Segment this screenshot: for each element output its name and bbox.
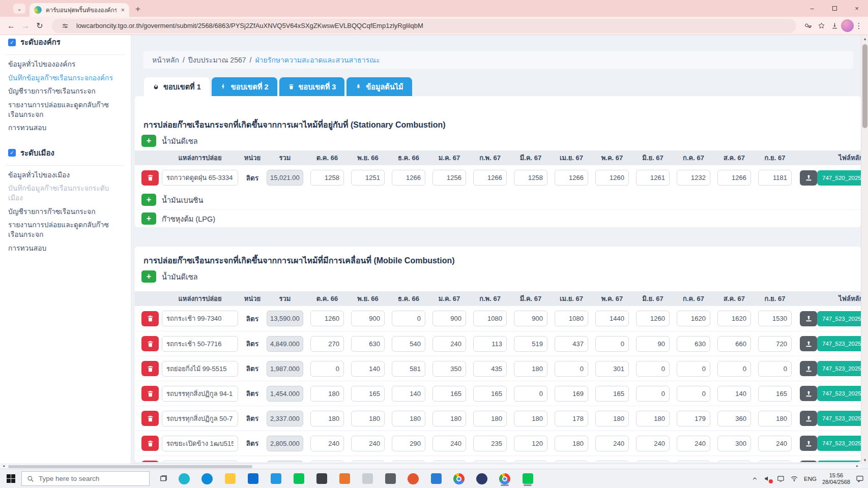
tab-close-icon[interactable]: ×	[121, 6, 125, 14]
source-name-input[interactable]	[162, 386, 238, 402]
scroll-left-arrow-icon[interactable]: ◂	[0, 464, 7, 468]
tab-scope1[interactable]: ขอบเขตที่ 1	[144, 77, 210, 96]
month-value-input[interactable]	[636, 361, 670, 377]
photos-icon[interactable]	[315, 471, 328, 486]
cast-display-icon[interactable]	[777, 475, 785, 482]
sidebar-item[interactable]: บัญชีรายการก๊าซเรือนกระจก	[0, 205, 131, 219]
add-source-button[interactable]: +	[141, 212, 156, 225]
city-level-checkbox[interactable]: ✓	[8, 149, 16, 157]
month-value-input[interactable]	[392, 411, 425, 426]
month-value-input[interactable]	[758, 386, 792, 402]
upload-button[interactable]	[800, 170, 817, 186]
edge-icon[interactable]	[201, 471, 213, 486]
month-value-input[interactable]	[677, 311, 710, 326]
month-value-input[interactable]	[351, 386, 385, 402]
month-value-input[interactable]	[432, 311, 466, 326]
month-value-input[interactable]	[310, 436, 344, 451]
breadcrumb-home[interactable]: หน้าหลัก	[152, 54, 179, 66]
sidebar-item[interactable]: รายงานการปล่อยและดูดกลับก๊าซเรือนกระจก	[0, 219, 131, 241]
month-value-input[interactable]	[555, 411, 588, 426]
month-value-input[interactable]	[636, 170, 670, 186]
delete-row-button[interactable]	[141, 386, 159, 401]
profile-avatar[interactable]	[841, 19, 854, 32]
month-value-input[interactable]	[717, 336, 751, 352]
vertical-scroll-thumb[interactable]	[862, 44, 867, 128]
source-name-input[interactable]	[162, 361, 238, 377]
close-button[interactable]: ×	[846, 0, 868, 16]
source-name-input[interactable]	[162, 311, 238, 326]
chrome-active-icon[interactable]	[499, 471, 511, 486]
month-value-input[interactable]	[717, 311, 751, 326]
sidebar-item[interactable]: บัญชีรายการก๊าซเรือนกระจก	[0, 85, 131, 99]
site-settings-icon[interactable]	[59, 22, 72, 29]
task-view-icon[interactable]	[156, 471, 171, 486]
month-value-input[interactable]	[595, 386, 629, 402]
month-value-input[interactable]	[758, 336, 792, 352]
notification-center-icon[interactable]	[856, 475, 864, 483]
month-value-input[interactable]	[392, 461, 425, 463]
month-value-input[interactable]	[636, 336, 670, 352]
tab-tree-data[interactable]: ข้อมูลต้นไม้	[346, 77, 412, 96]
month-value-input[interactable]	[351, 170, 385, 186]
delete-row-button[interactable]	[141, 436, 159, 451]
month-value-input[interactable]	[473, 361, 507, 377]
bookmark-star-icon[interactable]	[815, 22, 828, 29]
add-source-button[interactable]: +	[141, 194, 156, 206]
browser-tab[interactable]: คาร์บอนฟุตพริ้นท์ขององค์กรปกครอ ×	[30, 3, 129, 17]
taskbar-clock[interactable]: 15:56 28/04/2568	[822, 472, 850, 485]
delete-row-button[interactable]	[141, 170, 159, 186]
delete-row-button[interactable]	[141, 311, 159, 326]
evidence-file-badge[interactable]: 747_523_2025042	[817, 361, 861, 376]
month-value-input[interactable]	[432, 386, 466, 402]
month-value-input[interactable]	[432, 461, 466, 463]
month-value-input[interactable]	[758, 436, 792, 451]
firefox-icon[interactable]	[407, 471, 419, 486]
upload-button[interactable]	[800, 411, 817, 426]
month-value-input[interactable]	[555, 361, 588, 377]
globe-icon[interactable]	[476, 471, 488, 486]
month-value-input[interactable]	[351, 311, 385, 326]
month-value-input[interactable]	[392, 311, 425, 326]
month-value-input[interactable]	[636, 461, 670, 463]
back-button[interactable]: ←	[4, 21, 18, 30]
org-level-checkbox[interactable]: ✓	[8, 39, 16, 46]
month-value-input[interactable]	[351, 361, 385, 377]
month-value-input[interactable]	[473, 336, 507, 352]
month-value-input[interactable]	[595, 436, 629, 451]
word-icon[interactable]	[430, 471, 442, 486]
delete-row-button[interactable]	[141, 411, 159, 426]
minimize-button[interactable]: –	[801, 0, 823, 16]
chrome-icon[interactable]	[453, 471, 465, 486]
evidence-file-badge[interactable]: 747_523_2025042	[817, 386, 861, 401]
month-value-input[interactable]	[677, 411, 710, 426]
scroll-up-arrow-icon[interactable]: ▴	[861, 36, 868, 41]
delete-row-button[interactable]	[141, 361, 159, 376]
maximize-button[interactable]	[823, 0, 846, 16]
month-value-input[interactable]	[310, 461, 344, 463]
snip-tool-icon[interactable]	[361, 471, 373, 486]
media-player-icon[interactable]	[338, 471, 351, 486]
month-value-input[interactable]	[392, 386, 425, 402]
file-explorer-icon[interactable]	[224, 471, 236, 486]
month-value-input[interactable]	[555, 386, 588, 402]
upload-button[interactable]	[800, 361, 817, 376]
source-name-input[interactable]	[162, 170, 238, 186]
evidence-file-badge[interactable]: 747_523_2025042	[817, 411, 861, 426]
upload-button[interactable]	[800, 461, 817, 462]
month-value-input[interactable]	[392, 336, 425, 352]
month-value-input[interactable]	[351, 411, 385, 426]
source-name-input[interactable]	[162, 411, 238, 426]
upload-button[interactable]	[800, 336, 817, 351]
horizontal-scrollbar[interactable]: ◂ ▸	[0, 464, 861, 469]
month-value-input[interactable]	[392, 436, 425, 451]
month-value-input[interactable]	[555, 436, 588, 451]
evidence-file-badge[interactable]: 747_520_2025042	[817, 170, 861, 186]
month-value-input[interactable]	[432, 436, 466, 451]
month-value-input[interactable]	[310, 336, 344, 352]
month-value-input[interactable]	[310, 386, 344, 402]
month-value-input[interactable]	[473, 461, 507, 463]
wifi-icon[interactable]	[790, 475, 798, 482]
month-value-input[interactable]	[595, 336, 629, 352]
start-button[interactable]	[0, 469, 21, 488]
month-value-input[interactable]	[677, 436, 710, 451]
